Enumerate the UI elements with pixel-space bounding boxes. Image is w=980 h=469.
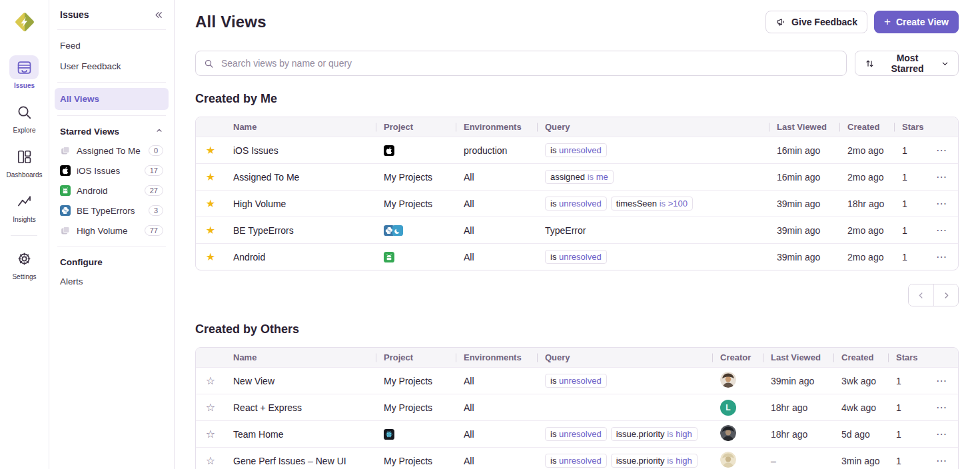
column-header-query: Query — [537, 122, 769, 132]
row-menu-button[interactable]: ⋯ — [936, 252, 947, 262]
created-value: 18hr ago — [847, 199, 884, 209]
row-menu-button[interactable]: ⋯ — [936, 199, 947, 209]
star-toggle[interactable]: ★ — [206, 225, 215, 236]
collapse-panel-icon[interactable] — [153, 10, 163, 20]
last-viewed-value: 16min ago — [777, 145, 820, 156]
column-header-created: Created — [839, 122, 894, 132]
sidebar-item-feed[interactable]: Feed — [55, 35, 169, 56]
configure-list: Alerts — [55, 271, 169, 292]
view-name-link[interactable]: React + Express — [233, 402, 302, 413]
section-title: Created by Others — [195, 322, 959, 336]
creator-avatar — [720, 425, 736, 441]
starred-view-ios-issues[interactable]: iOS Issues 17 — [55, 161, 169, 181]
give-feedback-button[interactable]: Give Feedback — [765, 11, 867, 33]
next-page-button[interactable] — [933, 284, 958, 306]
row-menu-button[interactable]: ⋯ — [936, 376, 947, 386]
starred-view-be-typeerrors[interactable]: BE TypeErrors 3 — [55, 201, 169, 221]
row-menu-button[interactable]: ⋯ — [936, 225, 947, 236]
last-viewed-value: 18hr ago — [771, 402, 807, 413]
view-name-link[interactable]: iOS Issues — [233, 145, 278, 156]
search-bar — [195, 51, 847, 76]
column-header-environments: Environments — [456, 122, 537, 132]
starred-views-label: Starred Views — [60, 127, 119, 137]
dashboards-icon — [9, 145, 39, 169]
sidebar-item-user-feedback[interactable]: User Feedback — [55, 56, 169, 77]
stars-count: 1 — [894, 199, 933, 209]
megaphone-icon — [775, 17, 786, 27]
star-toggle[interactable]: ★ — [206, 145, 215, 156]
view-name-link[interactable]: BE TypeErrors — [233, 225, 294, 236]
star-toggle[interactable]: ☆ — [206, 455, 215, 466]
column-header-name: Name — [225, 352, 376, 362]
rail-item-explore[interactable]: Explore — [9, 100, 39, 134]
view-name-link[interactable]: Team Home — [233, 429, 283, 440]
stars-count: 1 — [888, 376, 933, 386]
table-row: ★Assigned To MeMy ProjectsAllassigned is… — [196, 163, 958, 190]
created-value: 2mo ago — [847, 172, 883, 183]
row-menu-button[interactable]: ⋯ — [936, 456, 947, 466]
last-viewed-value: 39min ago — [777, 199, 820, 209]
created-value: 4wk ago — [841, 402, 876, 413]
issues-icon — [9, 55, 39, 79]
query-text: TypeError — [545, 225, 586, 236]
rail-item-settings[interactable]: Settings — [9, 246, 39, 280]
sidebar-item-alerts[interactable]: Alerts — [55, 271, 169, 292]
table-header-row: NameProjectEnvironmentsQueryLast ViewedC… — [196, 117, 958, 137]
starred-view-assigned-to-me[interactable]: Assigned To Me 0 — [55, 141, 169, 161]
squares-project-icon — [60, 145, 71, 156]
page-title: All Views — [195, 13, 266, 31]
column-header-query: Query — [537, 352, 712, 362]
starred-view-high-volume[interactable]: High Volume 77 — [55, 221, 169, 240]
environments-value: All — [456, 225, 537, 236]
chevron-up-icon[interactable] — [155, 127, 163, 137]
panel-title: Issues — [60, 9, 89, 20]
views-table: NameProjectEnvironmentsQueryLast ViewedC… — [195, 117, 959, 270]
sidebar-item-all-views[interactable]: All Views — [55, 88, 169, 110]
create-view-button[interactable]: + Create View — [874, 11, 959, 33]
panel-top-items: FeedUser Feedback — [55, 35, 169, 77]
column-header-stars: Stars — [894, 122, 933, 132]
view-name-link[interactable]: Assigned To Me — [233, 172, 299, 183]
environments-value: All — [456, 402, 537, 413]
table-row: ★iOS Issuesproductionis unresolved16min … — [196, 137, 958, 163]
creator-avatar — [720, 452, 736, 468]
rail-item-issues[interactable]: Issues — [9, 55, 39, 89]
sentry-logo[interactable] — [11, 9, 38, 35]
row-menu-button[interactable]: ⋯ — [936, 402, 947, 413]
view-name-link[interactable]: New View — [233, 376, 274, 386]
star-toggle[interactable]: ★ — [206, 251, 215, 262]
column-header-last-viewed: Last Viewed — [763, 352, 833, 362]
snake-project-icon — [392, 225, 403, 236]
project-label: My Projects — [384, 199, 432, 209]
view-name-link[interactable]: Gene Perf Issues – New UI — [233, 456, 346, 466]
starred-view-android[interactable]: Android 27 — [55, 181, 169, 201]
row-menu-button[interactable]: ⋯ — [936, 429, 947, 440]
view-name-link[interactable]: High Volume — [233, 199, 286, 209]
star-toggle[interactable]: ★ — [206, 171, 215, 183]
row-menu-button[interactable]: ⋯ — [936, 145, 947, 156]
previous-page-button[interactable] — [909, 284, 933, 306]
star-toggle[interactable]: ☆ — [206, 375, 215, 386]
rail-item-dashboards[interactable]: Dashboards — [7, 145, 43, 179]
rail-item-insights[interactable]: Insights — [9, 189, 39, 223]
issue-count-badge: 27 — [145, 185, 163, 196]
apple-project-icon — [384, 145, 394, 156]
row-menu-button[interactable]: ⋯ — [936, 172, 947, 183]
rail-items: Issues Explore Dashboards Insights Setti… — [7, 45, 43, 280]
environments-value: All — [456, 252, 537, 262]
view-name-link[interactable]: Android — [233, 252, 265, 262]
environments-value: All — [456, 376, 537, 386]
search-input[interactable] — [220, 57, 838, 69]
star-toggle[interactable]: ☆ — [206, 402, 215, 413]
last-viewed-value: 18hr ago — [771, 429, 807, 440]
stars-count: 1 — [894, 225, 933, 236]
column-header-name: Name — [225, 122, 376, 132]
environments-value: All — [456, 199, 537, 209]
environments-value: All — [456, 456, 537, 466]
query-token: timesSeen is >100 — [611, 197, 693, 211]
star-toggle[interactable]: ★ — [206, 198, 215, 209]
table-row: ★High VolumeMy ProjectsAllis unresolvedt… — [196, 190, 958, 217]
star-toggle[interactable]: ☆ — [206, 428, 215, 440]
sort-dropdown[interactable]: Most Starred — [855, 51, 959, 76]
sort-arrows-icon — [865, 59, 875, 69]
